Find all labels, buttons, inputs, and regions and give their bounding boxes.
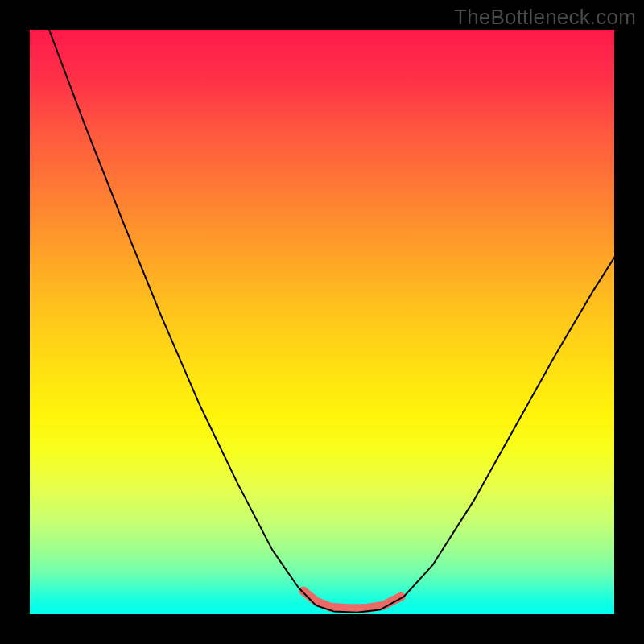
curve-svg	[30, 30, 614, 614]
main-curve	[49, 30, 614, 613]
watermark-text: TheBottleneck.com	[454, 5, 636, 30]
chart-frame: TheBottleneck.com	[0, 0, 644, 644]
plot-area	[30, 30, 614, 614]
